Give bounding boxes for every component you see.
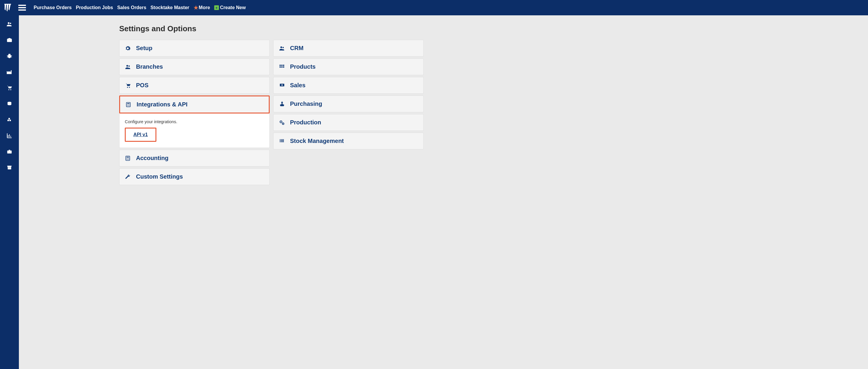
- svg-point-33: [127, 104, 128, 105]
- svg-line-12: [11, 57, 12, 57]
- svg-point-28: [128, 65, 129, 67]
- hamburger-menu-icon[interactable]: [18, 5, 26, 11]
- top-nav: Purchase Orders Production Jobs Sales Or…: [0, 0, 868, 15]
- card-custom-settings-label: Custom Settings: [136, 173, 183, 180]
- sidebar-warehouse-icon[interactable]: [6, 116, 13, 123]
- svg-rect-69: [283, 139, 284, 142]
- svg-rect-32: [127, 103, 129, 104]
- card-sales-label: Sales: [290, 82, 305, 89]
- card-accounting-label: Accounting: [136, 155, 168, 162]
- svg-point-44: [127, 159, 127, 160]
- nav-link-production-jobs[interactable]: Production Jobs: [76, 5, 113, 10]
- card-stock-management[interactable]: Stock Management: [273, 133, 424, 149]
- svg-point-13: [8, 89, 9, 90]
- svg-point-56: [281, 84, 283, 86]
- nav-more-label: More: [199, 5, 210, 10]
- svg-marker-0: [5, 4, 6, 11]
- sidebar-crm-icon[interactable]: [6, 21, 13, 28]
- integrations-expanded-panel: Configure your integrations. API v1: [119, 113, 270, 148]
- svg-rect-17: [9, 120, 11, 121]
- nav-link-more[interactable]: ★More: [193, 4, 210, 11]
- card-branches[interactable]: Branches: [119, 58, 270, 75]
- svg-rect-58: [282, 101, 282, 102]
- svg-point-5: [10, 23, 11, 24]
- sidebar-coins-icon[interactable]: [6, 100, 13, 107]
- svg-marker-1: [6, 4, 8, 11]
- card-crm[interactable]: CRM: [273, 40, 424, 57]
- svg-line-11: [7, 57, 8, 57]
- svg-rect-26: [8, 167, 11, 169]
- svg-line-9: [7, 56, 8, 56]
- svg-rect-67: [282, 139, 283, 142]
- svg-rect-57: [281, 102, 283, 103]
- svg-point-4: [8, 22, 9, 24]
- svg-rect-50: [281, 65, 282, 66]
- svg-point-45: [127, 159, 128, 160]
- calculator-icon: [125, 102, 132, 108]
- link-api-v1[interactable]: API v1: [125, 128, 156, 142]
- top-nav-links: Purchase Orders Production Jobs Sales Or…: [34, 4, 246, 11]
- card-stock-management-label: Stock Management: [290, 138, 344, 144]
- svg-rect-53: [281, 66, 282, 67]
- settings-left-column: Setup Branches POS Integrations & API: [119, 40, 270, 185]
- svg-rect-40: [127, 157, 129, 158]
- sidebar-chart-icon[interactable]: [6, 132, 13, 139]
- sidebar-briefcase-icon[interactable]: [6, 148, 13, 155]
- svg-rect-8: [8, 54, 10, 55]
- card-products[interactable]: Products: [273, 58, 424, 75]
- svg-rect-18: [8, 118, 10, 120]
- wrench-icon: [125, 174, 131, 180]
- card-custom-settings[interactable]: Custom Settings: [119, 168, 270, 185]
- svg-point-62: [283, 123, 283, 124]
- svg-point-36: [127, 105, 128, 106]
- svg-point-30: [129, 87, 130, 88]
- nav-link-purchase-orders[interactable]: Purchase Orders: [34, 5, 72, 10]
- card-crm-label: CRM: [290, 45, 304, 52]
- svg-point-47: [280, 46, 282, 48]
- sidebar-products-icon[interactable]: [6, 37, 13, 44]
- svg-point-14: [10, 89, 11, 90]
- logo-block: [4, 3, 26, 12]
- nav-link-create-new[interactable]: +Create New: [214, 5, 246, 10]
- settings-columns: Setup Branches POS Integrations & API: [119, 40, 859, 185]
- card-integrations-label: Integrations & API: [136, 101, 188, 108]
- card-production[interactable]: Production: [273, 114, 424, 131]
- barcode-icon: [279, 138, 285, 144]
- card-sales[interactable]: Sales: [273, 77, 424, 94]
- left-sidebar: [0, 15, 19, 369]
- gears-icon: [279, 120, 285, 126]
- svg-point-27: [126, 65, 128, 67]
- svg-point-41: [127, 158, 127, 159]
- svg-rect-64: [281, 139, 281, 142]
- svg-rect-66: [282, 139, 282, 142]
- svg-point-7: [8, 55, 11, 58]
- svg-rect-49: [280, 65, 281, 66]
- grid-icon: [279, 64, 285, 70]
- plus-icon: +: [214, 5, 219, 10]
- money-icon: [279, 83, 285, 88]
- card-pos-label: POS: [136, 82, 148, 89]
- svg-point-60: [281, 122, 281, 122]
- sidebar-store-icon[interactable]: [6, 164, 13, 171]
- card-branches-label: Branches: [136, 63, 163, 70]
- sidebar-cart-icon[interactable]: [6, 84, 13, 91]
- ship-icon: [279, 101, 285, 107]
- sidebar-industry-icon[interactable]: [6, 68, 13, 75]
- card-production-label: Production: [290, 119, 321, 126]
- svg-point-46: [128, 159, 129, 160]
- card-integrations[interactable]: Integrations & API: [119, 96, 270, 113]
- card-purchasing[interactable]: Purchasing: [273, 96, 424, 112]
- svg-line-10: [11, 56, 12, 56]
- nav-link-stocktake-master[interactable]: Stocktake Master: [151, 5, 189, 10]
- svg-rect-6: [7, 39, 12, 42]
- sidebar-bug-icon[interactable]: [6, 53, 13, 60]
- integrations-description: Configure your integrations.: [125, 120, 264, 124]
- card-accounting[interactable]: Accounting: [119, 150, 270, 167]
- card-pos[interactable]: POS: [119, 77, 270, 94]
- gear-icon: [125, 45, 131, 51]
- app-logo-icon[interactable]: [4, 3, 12, 12]
- card-setup[interactable]: Setup: [119, 40, 270, 57]
- svg-rect-25: [9, 150, 10, 150]
- svg-rect-3: [4, 4, 11, 5]
- nav-link-sales-orders[interactable]: Sales Orders: [117, 5, 146, 10]
